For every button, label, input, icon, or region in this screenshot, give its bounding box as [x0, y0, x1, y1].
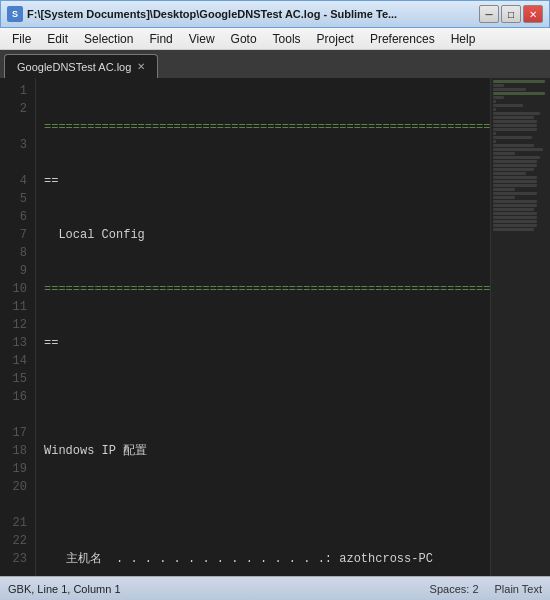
- line-num: 16: [4, 388, 27, 406]
- title-bar-text: F:\[System Documents]\Desktop\GoogleDNST…: [27, 8, 479, 20]
- line-num: [4, 118, 27, 136]
- code-line: ==: [44, 334, 490, 352]
- status-spaces[interactable]: Spaces: 2: [430, 583, 479, 595]
- tab-file[interactable]: GoogleDNSTest AC.log ✕: [4, 54, 158, 78]
- menu-item-selection[interactable]: Selection: [76, 28, 141, 49]
- code-line: ========================================…: [44, 280, 490, 298]
- line-num: 3: [4, 136, 27, 154]
- menu-item-file[interactable]: File: [4, 28, 39, 49]
- line-num: 7: [4, 226, 27, 244]
- line-num: [4, 406, 27, 424]
- menu-bar: FileEditSelectionFindViewGotoToolsProjec…: [0, 28, 550, 50]
- line-num: [4, 568, 27, 576]
- line-num: 22: [4, 532, 27, 550]
- line-num: 8: [4, 244, 27, 262]
- line-num: 20: [4, 478, 27, 496]
- line-num: 9: [4, 262, 27, 280]
- editor-area: 1 2 3 4 5 6 7 8 9 10 11 12 13 14 15 16 1…: [0, 78, 550, 576]
- line-num: 21: [4, 514, 27, 532]
- line-num: [4, 154, 27, 172]
- status-right: Spaces: 2 Plain Text: [430, 583, 542, 595]
- code-line: Local Config: [44, 226, 490, 244]
- close-button[interactable]: ✕: [523, 5, 543, 23]
- line-num: 10: [4, 280, 27, 298]
- menu-item-view[interactable]: View: [181, 28, 223, 49]
- line-num: 6: [4, 208, 27, 226]
- menu-item-tools[interactable]: Tools: [265, 28, 309, 49]
- line-numbers: 1 2 3 4 5 6 7 8 9 10 11 12 13 14 15 16 1…: [0, 78, 36, 576]
- minimize-button[interactable]: ─: [479, 5, 499, 23]
- minimap-content: [491, 78, 550, 234]
- code-line: 主机名 . . . . . . . . . . . . . . .: azoth…: [44, 550, 490, 568]
- window-controls: ─ □ ✕: [479, 5, 543, 23]
- maximize-button[interactable]: □: [501, 5, 521, 23]
- line-num: 19: [4, 460, 27, 478]
- line-num: 4: [4, 172, 27, 190]
- code-line: [44, 496, 490, 514]
- code-content[interactable]: ========================================…: [36, 78, 490, 576]
- line-num: 23: [4, 550, 27, 568]
- line-num: 15: [4, 370, 27, 388]
- minimap: [490, 78, 550, 576]
- tab-close-button[interactable]: ✕: [137, 61, 145, 72]
- line-num: 1: [4, 82, 27, 100]
- line-num: 11: [4, 298, 27, 316]
- line-num: 5: [4, 190, 27, 208]
- title-bar: S F:\[System Documents]\Desktop\GoogleDN…: [0, 0, 550, 28]
- menu-item-preferences[interactable]: Preferences: [362, 28, 443, 49]
- status-position: GBK, Line 1, Column 1: [8, 583, 430, 595]
- status-bar: GBK, Line 1, Column 1 Spaces: 2 Plain Te…: [0, 576, 550, 600]
- app-icon: S: [7, 6, 23, 22]
- menu-item-goto[interactable]: Goto: [223, 28, 265, 49]
- status-type[interactable]: Plain Text: [495, 583, 543, 595]
- menu-item-project[interactable]: Project: [309, 28, 362, 49]
- line-num: 2: [4, 100, 27, 118]
- code-line: [44, 388, 490, 406]
- code-line: Windows IP 配置: [44, 442, 490, 460]
- line-num: 13: [4, 334, 27, 352]
- tab-label: GoogleDNSTest AC.log: [17, 61, 131, 73]
- code-line: ========================================…: [44, 118, 490, 136]
- code-line: ==: [44, 172, 490, 190]
- menu-item-help[interactable]: Help: [443, 28, 484, 49]
- menu-item-find[interactable]: Find: [141, 28, 180, 49]
- tab-bar: GoogleDNSTest AC.log ✕: [0, 50, 550, 78]
- line-num: [4, 496, 27, 514]
- line-num: 17: [4, 424, 27, 442]
- line-num: 18: [4, 442, 27, 460]
- line-num: 14: [4, 352, 27, 370]
- line-num: 12: [4, 316, 27, 334]
- menu-item-edit[interactable]: Edit: [39, 28, 76, 49]
